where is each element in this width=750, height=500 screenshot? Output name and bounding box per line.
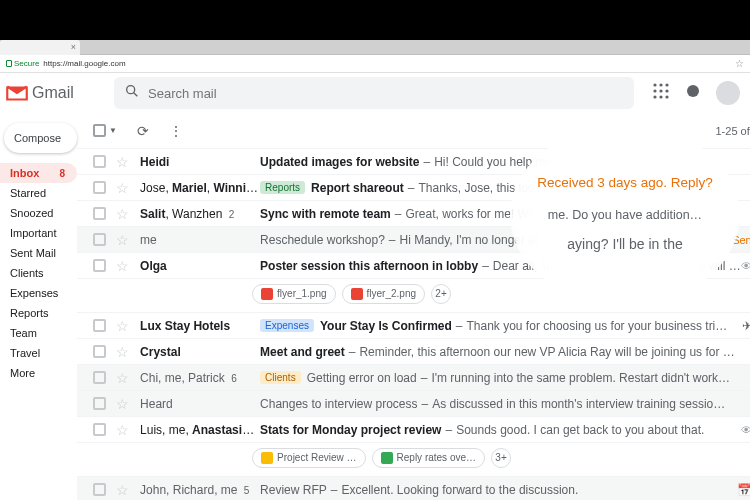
sidebar-item-starred[interactable]: Starred bbox=[0, 183, 77, 203]
url-bar[interactable]: Secure https://mail.google.com ☆ bbox=[0, 55, 750, 73]
sender-names: Luis, me, Anastasia 3 bbox=[140, 423, 260, 437]
doc-file-icon bbox=[261, 452, 273, 464]
gmail-logo[interactable]: Gmail bbox=[4, 80, 114, 106]
lock-icon: Secure bbox=[6, 59, 39, 68]
subject: Report shareout bbox=[311, 181, 404, 195]
subject: Changes to interview process bbox=[260, 397, 417, 411]
refresh-icon[interactable]: ⟳ bbox=[137, 123, 149, 139]
row-checkbox[interactable] bbox=[93, 345, 106, 358]
sidebar-item-snoozed[interactable]: Snoozed bbox=[0, 203, 77, 223]
star-icon[interactable]: ☆ bbox=[116, 258, 130, 274]
attachment-row: flyer_1.pngflyer_2.png2+ bbox=[77, 279, 750, 313]
snippet: Dear all, Today in the first floor lobby… bbox=[493, 259, 741, 273]
sheet-file-icon bbox=[381, 452, 393, 464]
subject: Review RFP bbox=[260, 483, 327, 497]
sidebar-item-team[interactable]: Team bbox=[0, 323, 77, 343]
sender-names: Jose, Mariel, Winnie 4 bbox=[140, 181, 260, 195]
row-checkbox[interactable] bbox=[93, 155, 106, 168]
mail-row[interactable]: ☆CrystalMeet and greet–Reminder, this af… bbox=[77, 339, 750, 365]
search-bar[interactable] bbox=[114, 77, 634, 109]
snippet: Hi! Could you help me bbox=[434, 155, 552, 169]
search-icon bbox=[124, 83, 140, 103]
subject: Stats for Monday project review bbox=[260, 423, 441, 437]
row-checkbox[interactable] bbox=[93, 319, 106, 332]
sidebar-item-sent-mail[interactable]: Sent Mail bbox=[0, 243, 77, 263]
star-icon[interactable]: ☆ bbox=[116, 206, 130, 222]
sender-names: me bbox=[140, 233, 260, 247]
subject: Getting error on load bbox=[307, 371, 417, 385]
sidebar: Compose Inbox8StarredSnoozedImportantSen… bbox=[0, 113, 77, 500]
category-label: Clients bbox=[260, 371, 301, 384]
mail-row[interactable]: ☆Jose, Mariel, Winnie 4ReportsReport sha… bbox=[77, 175, 750, 201]
subject: Sync with remote team bbox=[260, 207, 391, 221]
star-icon[interactable]: ☆ bbox=[116, 344, 130, 360]
sidebar-item-inbox[interactable]: Inbox8 bbox=[0, 163, 77, 183]
close-icon[interactable]: × bbox=[71, 42, 76, 52]
calendar-icon: 📅 bbox=[737, 483, 750, 497]
mail-row[interactable]: ☆HeardChanges to interview process–As di… bbox=[77, 391, 750, 417]
star-icon[interactable]: ☆ bbox=[116, 422, 130, 438]
img-file-icon bbox=[261, 288, 273, 300]
attachment-more[interactable]: 3+ bbox=[491, 448, 511, 468]
tracking-icon: 👁 bbox=[741, 260, 750, 272]
snippet: Reminder, this afternoon our new VP Alic… bbox=[359, 345, 734, 359]
row-checkbox[interactable] bbox=[93, 423, 106, 436]
more-icon[interactable]: ⋮ bbox=[169, 123, 183, 139]
row-checkbox[interactable] bbox=[93, 181, 106, 194]
select-all-checkbox[interactable]: ▼ bbox=[93, 124, 117, 137]
star-icon[interactable]: ☆ bbox=[116, 396, 130, 412]
url-text: https://mail.google.com bbox=[43, 59, 125, 68]
row-checkbox[interactable] bbox=[93, 371, 106, 384]
snippet: I'm running into the same problem. Resta… bbox=[431, 371, 730, 385]
sidebar-item-expenses[interactable]: Expenses bbox=[0, 283, 77, 303]
star-icon[interactable]: ☆ bbox=[116, 318, 130, 334]
star-icon[interactable]: ☆ bbox=[116, 154, 130, 170]
attachment-chip[interactable]: Reply rates ove… bbox=[372, 448, 485, 468]
row-checkbox[interactable] bbox=[93, 207, 106, 220]
star-icon[interactable]: ☆ bbox=[116, 232, 130, 248]
subject: Updated images for website bbox=[260, 155, 419, 169]
search-input[interactable] bbox=[148, 86, 624, 101]
row-checkbox[interactable] bbox=[93, 233, 106, 246]
row-checkbox[interactable] bbox=[93, 259, 106, 272]
star-icon[interactable]: ☆ bbox=[116, 180, 130, 196]
mail-row[interactable]: ☆HeidiUpdated images for website–Hi! Cou… bbox=[77, 149, 750, 175]
mail-row[interactable]: ☆Lux Stay HotelsExpensesYour Stay Is Con… bbox=[77, 313, 750, 339]
chevron-down-icon[interactable]: ▼ bbox=[109, 126, 117, 135]
sidebar-item-travel[interactable]: Travel bbox=[0, 343, 77, 363]
attachment-more[interactable]: 2+ bbox=[431, 284, 451, 304]
compose-button[interactable]: Compose bbox=[4, 123, 77, 153]
snippet: As discussed in this month's interview t… bbox=[432, 397, 725, 411]
attachment-chip[interactable]: flyer_2.png bbox=[342, 284, 425, 304]
row-checkbox[interactable] bbox=[93, 397, 106, 410]
star-icon[interactable]: ☆ bbox=[116, 482, 130, 498]
sidebar-item-important[interactable]: Important bbox=[0, 223, 77, 243]
svg-point-7 bbox=[665, 89, 668, 92]
category-label: Expenses bbox=[260, 319, 314, 332]
mail-row[interactable]: ☆John, Richard, me 5Review RFP–Excellent… bbox=[77, 477, 750, 500]
sidebar-item-reports[interactable]: Reports bbox=[0, 303, 77, 323]
mail-row[interactable]: ☆Luis, me, Anastasia 3Stats for Monday p… bbox=[77, 417, 750, 443]
attachment-row: Project Review …Reply rates ove…3+ bbox=[77, 443, 750, 477]
category-label: Reports bbox=[260, 181, 305, 194]
bookmark-star-icon[interactable]: ☆ bbox=[735, 58, 744, 69]
mail-row[interactable]: ☆OlgaPoster session this afternoon in lo… bbox=[77, 253, 750, 279]
star-icon[interactable]: ☆ bbox=[116, 370, 130, 386]
row-checkbox[interactable] bbox=[93, 483, 106, 496]
sidebar-item-clients[interactable]: Clients bbox=[0, 263, 77, 283]
avatar[interactable] bbox=[716, 81, 740, 105]
mail-row[interactable]: ☆meReschedule workshop?–Hi Mandy, I'm no… bbox=[77, 227, 750, 253]
apps-icon[interactable] bbox=[652, 82, 670, 104]
mail-toolbar: ▼ ⟳ ⋮ 1-25 of many › bbox=[77, 113, 750, 149]
sidebar-item-more[interactable]: More bbox=[0, 363, 77, 383]
mail-row[interactable]: ☆Salit, Wanzhen 2Sync with remote team–G… bbox=[77, 201, 750, 227]
snippet: Excellent. Looking forward to the discus… bbox=[341, 483, 578, 497]
browser-tab[interactable]: × bbox=[0, 40, 80, 55]
svg-point-0 bbox=[127, 86, 135, 94]
attachment-chip[interactable]: flyer_1.png bbox=[252, 284, 335, 304]
mail-row[interactable]: ☆Chi, me, Patrick 6ClientsGetting error … bbox=[77, 365, 750, 391]
notifications-icon[interactable] bbox=[684, 82, 702, 104]
attachment-chip[interactable]: Project Review … bbox=[252, 448, 365, 468]
snippet: Thank you for choosing us for your busin… bbox=[467, 319, 728, 333]
sender-names: Chi, me, Patrick 6 bbox=[140, 371, 260, 385]
